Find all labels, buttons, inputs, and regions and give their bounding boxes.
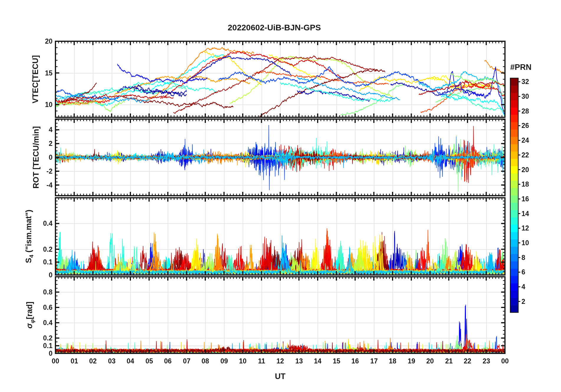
colorbar-tick-label: 10 — [521, 239, 539, 247]
x-tick-label: 08 — [195, 357, 216, 365]
x-tick-label: 02 — [83, 357, 103, 365]
y-tick-label-ROT: -2 — [26, 167, 53, 175]
colorbar-tick-label: 14 — [521, 210, 539, 218]
y-tick-label-sigma_phi: 0.1 — [26, 342, 53, 350]
x-tick-label: 20 — [420, 357, 440, 365]
y-tick-label-S4: 0.1 — [26, 258, 53, 266]
y-tick-label-ROT: -4 — [26, 181, 53, 189]
colorbar-title: #PRN — [510, 63, 532, 72]
y-axis-label-vtec: VTEC[TECU] — [31, 55, 40, 103]
x-tick-label: 11 — [251, 357, 272, 365]
x-tick-label: 17 — [364, 357, 384, 365]
colorbar-tick-label: 16 — [521, 195, 539, 203]
colorbar-tick-label: 22 — [521, 151, 539, 159]
colorbar-tick-label: 32 — [521, 78, 539, 85]
colorbar-tick-label: 4 — [521, 283, 539, 291]
colorbar-tick-label: 8 — [521, 254, 539, 261]
y-tick-label-ROT: 2 — [26, 140, 53, 147]
y-tick-label-VTEC: 15 — [26, 69, 53, 77]
x-tick-label: 22 — [457, 357, 478, 365]
y-tick-label-S4: 0.4 — [26, 220, 53, 227]
y-tick-label-VTEC: 20 — [26, 37, 53, 45]
y-tick-label-ROT: 4 — [26, 126, 53, 134]
x-tick-label: 16 — [345, 357, 365, 365]
x-tick-label: 00 — [495, 357, 515, 365]
colorbar-tick-label: 26 — [521, 122, 539, 129]
y-tick-label-sigma_phi: 0.2 — [26, 334, 53, 342]
y-tick-label-sigma_phi: 0.6 — [26, 304, 53, 311]
chart-title: 20220602-UiB-BJN-GPS — [0, 23, 561, 32]
x-tick-label: 23 — [476, 357, 497, 365]
x-tick-label: 19 — [401, 357, 422, 365]
colorbar-tick-label: 30 — [521, 93, 539, 100]
x-tick-label: 14 — [307, 357, 328, 365]
x-tick-label: 21 — [439, 357, 459, 365]
y-axis-label-s4: S4 ("ism.mat") — [24, 210, 33, 263]
x-tick-label: 05 — [139, 357, 160, 365]
colorbar-tick-label: 28 — [521, 107, 539, 115]
x-tick-label: 15 — [326, 357, 347, 365]
x-tick-label: 04 — [120, 357, 141, 365]
y-tick-label-sigma_phi: 0.8 — [26, 288, 53, 296]
x-tick-label: 10 — [232, 357, 253, 365]
x-tick-label: 03 — [101, 357, 122, 365]
colorbar-tick-label: 12 — [521, 224, 539, 232]
x-tick-label: 12 — [270, 357, 291, 365]
y-tick-label-ROT: 0 — [26, 154, 53, 161]
colorbar-tick-label: 18 — [521, 180, 539, 188]
x-tick-label: 00 — [45, 357, 66, 365]
y-tick-label-S4: 0.2 — [26, 246, 53, 253]
figure: 20220602-UiB-BJN-GPS VTEC[TECU] ROT [TEC… — [0, 0, 561, 392]
y-tick-label-VTEC: 10 — [26, 101, 53, 108]
y-tick-label-S4: 0 — [26, 271, 53, 279]
colorbar-tick-label: 6 — [521, 268, 539, 276]
x-tick-label: 13 — [289, 357, 309, 365]
y-tick-label-sigma_phi: 0 — [26, 350, 53, 357]
colorbar-tick-label: 20 — [521, 166, 539, 174]
colorbar-tick-label: 2 — [521, 298, 539, 305]
x-tick-label: 09 — [214, 357, 234, 365]
plot-canvas — [0, 0, 561, 392]
x-tick-label: 07 — [176, 357, 197, 365]
x-axis-label: UT — [275, 372, 286, 381]
x-tick-label: 18 — [382, 357, 403, 365]
y-tick-label-sigma_phi: 0.4 — [26, 319, 53, 327]
x-tick-label: 01 — [64, 357, 85, 365]
x-tick-label: 06 — [158, 357, 178, 365]
colorbar-tick-label: 24 — [521, 136, 539, 144]
